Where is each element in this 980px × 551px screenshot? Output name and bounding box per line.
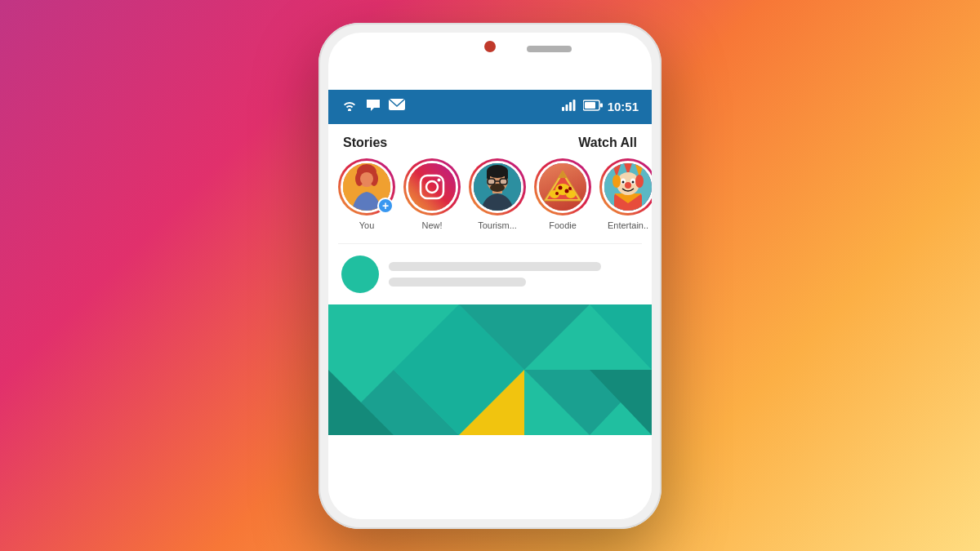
status-left-icons <box>341 99 405 115</box>
feed-avatar <box>341 256 379 293</box>
story-item-tourism[interactable]: Tourism... <box>469 158 526 230</box>
story-label-tourism: Tourism... <box>478 220 517 230</box>
signal-icon <box>562 99 578 114</box>
screen-content: Stories Watch All <box>328 124 652 519</box>
svg-rect-7 <box>600 103 603 107</box>
svg-rect-2 <box>565 104 568 111</box>
story-ring-inner-tourism <box>471 161 523 213</box>
phone-screen: 10:51 Stories Watch All <box>328 33 652 519</box>
story-ring-you: + <box>338 158 395 216</box>
story-ring-inner-new <box>406 161 458 213</box>
phone-camera <box>484 41 496 52</box>
svg-point-15 <box>426 181 438 193</box>
stories-row: + You <box>328 158 652 243</box>
story-item-new[interactable]: New! <box>403 158 461 230</box>
story-ring-new <box>403 158 461 216</box>
story-item-foodie[interactable]: Foodie <box>534 158 591 230</box>
stories-header: Stories Watch All <box>328 124 652 158</box>
story-label-entertain: Entertain.. <box>608 220 648 230</box>
feed-lines <box>389 262 639 287</box>
story-label-foodie: Foodie <box>549 220 577 230</box>
story-ring-tourism <box>469 158 526 216</box>
battery-icon <box>583 100 603 114</box>
stories-title: Stories <box>343 136 387 150</box>
story-item-entertain[interactable]: Entertain.. <box>599 158 652 230</box>
instagram-avatar <box>408 163 456 211</box>
foodie-avatar <box>539 163 586 211</box>
svg-rect-4 <box>572 100 575 111</box>
story-ring-foodie <box>534 158 591 216</box>
story-ring-inner-entertain <box>602 161 652 213</box>
svg-rect-23 <box>488 179 495 184</box>
story-label-new: New! <box>421 220 442 230</box>
svg-point-33 <box>559 185 563 189</box>
post-image <box>328 304 652 435</box>
svg-rect-1 <box>562 107 564 111</box>
svg-point-47 <box>622 180 625 183</box>
svg-rect-3 <box>569 102 572 111</box>
svg-point-13 <box>360 172 373 185</box>
add-story-button[interactable]: + <box>377 198 394 214</box>
chat-icon <box>366 99 381 115</box>
story-ring-inner-foodie <box>537 161 589 213</box>
svg-point-26 <box>490 184 505 192</box>
svg-point-50 <box>612 175 621 188</box>
story-item-you[interactable]: + You <box>338 158 395 230</box>
svg-rect-6 <box>585 102 595 109</box>
svg-rect-24 <box>500 179 507 184</box>
svg-point-51 <box>635 175 644 188</box>
story-label-you: You <box>359 220 375 230</box>
svg-point-35 <box>555 192 559 195</box>
svg-point-36 <box>568 187 572 190</box>
story-ring-entertain <box>599 158 652 216</box>
status-time: 10:51 <box>608 100 639 113</box>
feed-item <box>328 244 652 304</box>
svg-point-48 <box>632 180 635 183</box>
entertain-avatar <box>604 163 652 211</box>
feed-line-1 <box>389 262 601 271</box>
mail-icon <box>389 99 405 114</box>
svg-point-16 <box>438 178 441 181</box>
phone-speaker <box>527 46 572 52</box>
tourism-avatar <box>474 163 521 211</box>
svg-marker-37 <box>559 171 567 178</box>
feed-line-2 <box>389 278 526 287</box>
status-right-icons: 10:51 <box>562 99 639 114</box>
phone-mockup: 10:51 Stories Watch All <box>318 23 662 529</box>
watch-all-button[interactable]: Watch All <box>578 136 637 150</box>
wifi-icon <box>341 99 358 114</box>
phone-body: 10:51 Stories Watch All <box>318 23 662 529</box>
svg-point-34 <box>565 189 569 193</box>
svg-point-49 <box>625 182 631 189</box>
status-bar: 10:51 <box>328 90 652 124</box>
